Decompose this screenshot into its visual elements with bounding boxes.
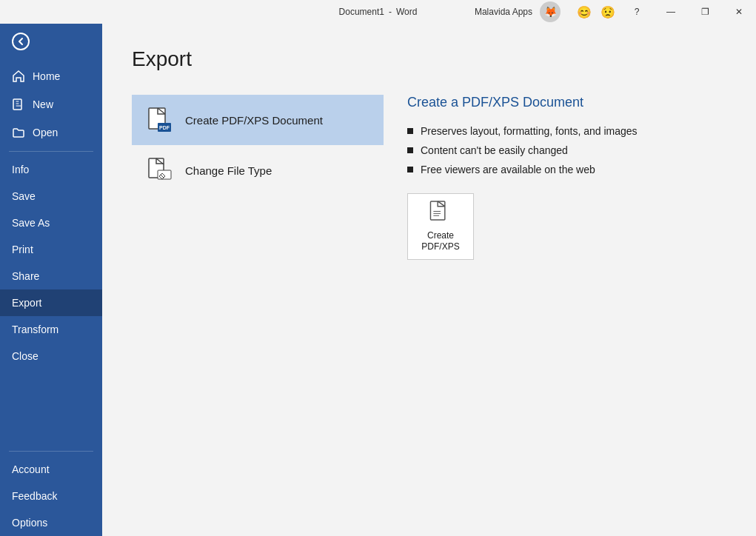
bullet-list: Preserves layout, formatting, fonts, and… <box>407 125 703 175</box>
sidebar-divider-top <box>9 151 93 152</box>
restore-button[interactable]: ❐ <box>688 0 722 24</box>
bullet-text: Content can't be easily changed <box>421 144 568 156</box>
sidebar-item-label: Open <box>33 127 58 138</box>
bullet-text: Preserves layout, formatting, fonts, and… <box>421 125 638 137</box>
svg-rect-5 <box>158 170 171 179</box>
sidebar-item-info[interactable]: Info <box>0 156 102 183</box>
back-button[interactable] <box>0 24 102 59</box>
close-button[interactable]: ✕ <box>722 0 756 24</box>
create-button-label: Create PDF/XPS <box>421 230 459 253</box>
page-title: Export <box>132 47 726 71</box>
title-center: Document1 - Word <box>339 7 418 17</box>
sidebar-item-save[interactable]: Save <box>0 183 102 210</box>
new-doc-icon <box>12 98 25 111</box>
create-pdf-icon <box>429 200 452 226</box>
sidebar-item-new[interactable]: New <box>0 90 102 118</box>
titlebar: Document1 - Word Malavida Apps 🦊 😊 😟 ? —… <box>0 0 756 24</box>
titlebar-right: Malavida Apps 🦊 😊 😟 ? — ❐ ✕ <box>466 0 756 24</box>
home-icon <box>12 70 25 83</box>
app-label-area: Malavida Apps 🦊 <box>466 1 572 22</box>
user-avatar: 🦊 <box>540 1 561 22</box>
bullet-item-3: Free viewers are available on the web <box>407 164 703 175</box>
svg-rect-0 <box>13 99 21 110</box>
sidebar-item-close[interactable]: Close <box>0 343 102 369</box>
title-separator: - <box>389 7 392 17</box>
open-folder-icon <box>12 126 25 139</box>
right-panel: Create a PDF/XPS Document Preserves layo… <box>384 95 726 500</box>
sidebar-item-print[interactable]: Print <box>0 236 102 263</box>
option-create-pdf[interactable]: PDF Create PDF/XPS Document <box>132 95 384 145</box>
smiley-button[interactable]: 😊 <box>572 0 596 24</box>
sad-button[interactable]: 😟 <box>596 0 620 24</box>
change-file-icon <box>147 157 173 184</box>
option-label: Create PDF/XPS Document <box>185 114 323 127</box>
main-content: Export PDF Cre <box>102 24 756 536</box>
bullet-icon <box>407 167 413 172</box>
svg-text:PDF: PDF <box>159 125 170 130</box>
sidebar-item-open[interactable]: Open <box>0 118 102 147</box>
sidebar-item-options[interactable]: Options <box>0 509 102 536</box>
panel-title: Create a PDF/XPS Document <box>407 95 703 110</box>
bullet-icon <box>407 128 413 134</box>
sidebar-item-share[interactable]: Share <box>0 263 102 289</box>
sidebar-item-label: New <box>33 98 53 110</box>
options-list: PDF Create PDF/XPS Document <box>132 95 384 500</box>
sidebar-item-save-as[interactable]: Save As <box>0 210 102 236</box>
back-icon <box>12 33 30 50</box>
bullet-item-2: Content can't be easily changed <box>407 144 703 156</box>
document-name: Document1 <box>339 7 384 17</box>
minimize-button[interactable]: — <box>654 0 688 24</box>
sidebar-item-transform[interactable]: Transform <box>0 316 102 343</box>
bullet-text: Free viewers are available on the web <box>421 164 595 175</box>
sidebar-divider-bottom <box>9 451 93 452</box>
bullet-icon <box>407 147 413 153</box>
option-label: Change File Type <box>185 164 272 177</box>
app-label-text: Malavida Apps <box>475 7 532 17</box>
sidebar-item-feedback[interactable]: Feedback <box>0 483 102 509</box>
bullet-item-1: Preserves layout, formatting, fonts, and… <box>407 125 703 137</box>
export-options: PDF Create PDF/XPS Document <box>132 95 726 500</box>
create-pdf-button[interactable]: Create PDF/XPS <box>407 193 474 260</box>
sidebar: Home New Open Info <box>0 24 102 536</box>
app-container: Home New Open Info <box>0 24 756 536</box>
sidebar-item-label: Home <box>33 70 60 82</box>
option-change-file-type[interactable]: Change File Type <box>132 145 384 195</box>
sidebar-item-account[interactable]: Account <box>0 456 102 483</box>
sidebar-item-home[interactable]: Home <box>0 62 102 90</box>
sidebar-item-export[interactable]: Export <box>0 289 102 316</box>
sidebar-bottom: Account Feedback Options <box>0 446 102 536</box>
pdf-icon: PDF <box>147 107 173 133</box>
app-name: Word <box>396 7 417 17</box>
help-button[interactable]: ? <box>620 0 654 24</box>
